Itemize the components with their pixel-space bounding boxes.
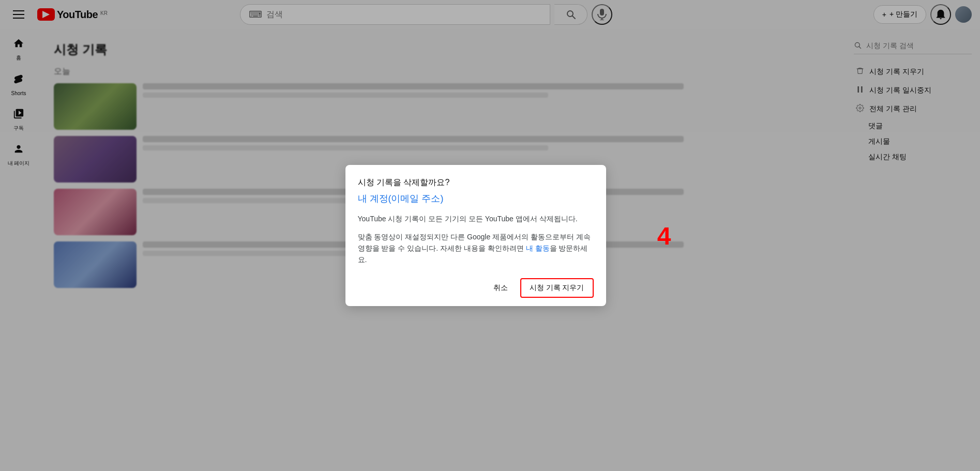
modal-note-link[interactable]: 내 활동 <box>526 244 550 252</box>
cancel-label: 취소 <box>493 283 508 292</box>
modal-overlay: 시청 기록을 삭제할까요? 내 계정(이메일 주소) YouTube 시청 기록… <box>0 0 980 471</box>
modal-actions: 취소 시청 기록 지우기 <box>358 278 594 298</box>
confirm-label: 시청 기록 지우기 <box>530 283 584 292</box>
modal-note-text: 맞춤 동영상이 재설정되지만 다른 Google 제품에서의 활동으로부터 계속… <box>358 231 594 266</box>
modal-title: 시청 기록을 삭제할까요? <box>358 177 594 188</box>
modal-wrapper: 시청 기록을 삭제할까요? 내 계정(이메일 주소) YouTube 시청 기록… <box>345 165 635 306</box>
delete-history-modal: 시청 기록을 삭제할까요? 내 계정(이메일 주소) YouTube 시청 기록… <box>345 165 606 306</box>
modal-account: 내 계정(이메일 주소) <box>358 192 594 205</box>
modal-body-text: YouTube 시청 기록이 모든 기기의 모든 YouTube 앱에서 삭제됩… <box>358 213 594 224</box>
confirm-delete-button[interactable]: 시청 기록 지우기 <box>520 278 594 298</box>
cancel-button[interactable]: 취소 <box>485 279 516 297</box>
annotation-number: 4 <box>657 221 671 250</box>
